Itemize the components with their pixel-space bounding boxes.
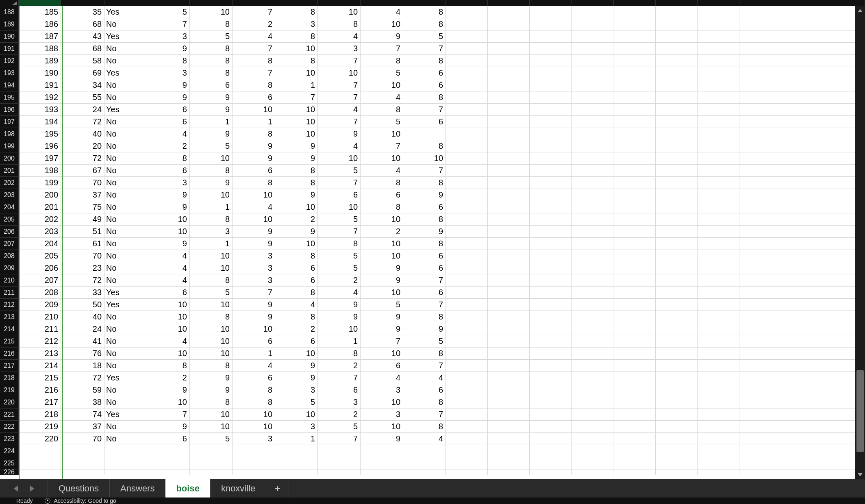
cell[interactable]: No	[104, 311, 147, 323]
cell[interactable]	[572, 91, 613, 104]
cell[interactable]	[656, 152, 698, 165]
cell[interactable]	[488, 421, 530, 433]
cell[interactable]	[613, 262, 655, 274]
cell[interactable]: 75	[61, 201, 104, 213]
cell[interactable]: 7	[318, 55, 361, 67]
cell[interactable]	[656, 67, 698, 79]
cell[interactable]	[698, 299, 739, 311]
cell[interactable]	[572, 335, 613, 348]
cell[interactable]: 10	[361, 18, 403, 30]
cell[interactable]: 10	[190, 189, 233, 201]
cell[interactable]: 9	[361, 262, 403, 274]
cell[interactable]	[781, 140, 823, 152]
cell[interactable]: 9	[275, 372, 318, 384]
cell[interactable]	[739, 372, 781, 384]
cell[interactable]: 3	[233, 274, 275, 287]
cell[interactable]	[781, 238, 823, 250]
cell[interactable]	[572, 433, 613, 445]
cell[interactable]: 72	[61, 372, 104, 384]
cell[interactable]: 55	[61, 91, 104, 104]
cell[interactable]	[739, 408, 781, 421]
cell[interactable]: 7	[403, 299, 446, 311]
cell[interactable]: 6	[318, 189, 361, 201]
row-header[interactable]: 208	[0, 250, 19, 262]
cell[interactable]	[739, 79, 781, 91]
row-header[interactable]: 209	[0, 262, 19, 274]
cell[interactable]	[572, 360, 613, 372]
cell[interactable]	[656, 128, 698, 140]
cell[interactable]	[446, 152, 488, 165]
cell[interactable]	[104, 445, 147, 457]
cell[interactable]	[656, 91, 698, 104]
row-header[interactable]: 223	[0, 433, 19, 445]
scroll-up-button[interactable]	[855, 6, 865, 15]
cell[interactable]: 10	[361, 213, 403, 226]
cell[interactable]: 10	[361, 348, 403, 360]
cell[interactable]: 4	[233, 201, 275, 213]
column-header-G[interactable]	[275, 0, 318, 6]
cell[interactable]	[572, 396, 613, 408]
cell[interactable]	[698, 189, 739, 201]
cell[interactable]: 8	[190, 274, 233, 287]
cell[interactable]	[488, 384, 530, 396]
cell[interactable]	[446, 30, 488, 43]
cell[interactable]	[488, 372, 530, 384]
cell[interactable]	[19, 445, 61, 457]
cell[interactable]	[613, 226, 655, 238]
cell[interactable]: 6	[147, 104, 190, 116]
cell[interactable]	[530, 213, 572, 226]
cell[interactable]: 5	[318, 165, 361, 177]
cell[interactable]: 9	[147, 201, 190, 213]
cell[interactable]: Yes	[104, 299, 147, 311]
column-header-E[interactable]	[190, 0, 233, 6]
cell[interactable]: 5	[403, 335, 446, 348]
cell[interactable]	[488, 30, 530, 43]
cell[interactable]	[275, 469, 318, 475]
cell[interactable]	[739, 55, 781, 67]
cell[interactable]	[530, 372, 572, 384]
cell[interactable]	[656, 287, 698, 299]
cell[interactable]: 10	[275, 408, 318, 421]
cell[interactable]: 10	[361, 396, 403, 408]
cell[interactable]: 20	[61, 140, 104, 152]
cell[interactable]: 194	[19, 116, 61, 128]
cell[interactable]	[781, 384, 823, 396]
cell[interactable]: 9	[147, 189, 190, 201]
cell[interactable]	[781, 30, 823, 43]
cell[interactable]	[572, 67, 613, 79]
cell[interactable]: 10	[190, 323, 233, 335]
cell[interactable]	[61, 469, 104, 475]
row-header[interactable]: 193	[0, 67, 19, 79]
cell[interactable]	[698, 152, 739, 165]
cell[interactable]	[530, 201, 572, 213]
cell[interactable]	[446, 43, 488, 55]
cell[interactable]: 9	[318, 299, 361, 311]
cell[interactable]	[613, 177, 655, 189]
cell[interactable]: 9	[190, 384, 233, 396]
cell[interactable]	[698, 18, 739, 30]
cell[interactable]	[446, 421, 488, 433]
cell[interactable]: 10	[318, 6, 361, 18]
cell[interactable]: 70	[61, 433, 104, 445]
cell[interactable]	[739, 311, 781, 323]
cell[interactable]: 4	[361, 372, 403, 384]
cell[interactable]: 6	[147, 287, 190, 299]
cell[interactable]	[698, 201, 739, 213]
cell[interactable]	[781, 201, 823, 213]
cell[interactable]	[403, 445, 446, 457]
cell[interactable]: 6	[147, 116, 190, 128]
cell[interactable]	[698, 116, 739, 128]
cell[interactable]	[572, 457, 613, 469]
cell[interactable]	[572, 348, 613, 360]
cell[interactable]	[781, 445, 823, 457]
cell[interactable]	[446, 384, 488, 396]
cell[interactable]	[446, 91, 488, 104]
cell[interactable]	[403, 457, 446, 469]
cell[interactable]	[147, 457, 190, 469]
cell[interactable]	[613, 55, 655, 67]
cell[interactable]: Yes	[104, 408, 147, 421]
cell[interactable]: 3	[233, 262, 275, 274]
cell[interactable]: 191	[19, 79, 61, 91]
cell[interactable]: 18	[61, 360, 104, 372]
cell[interactable]: 219	[19, 421, 61, 433]
